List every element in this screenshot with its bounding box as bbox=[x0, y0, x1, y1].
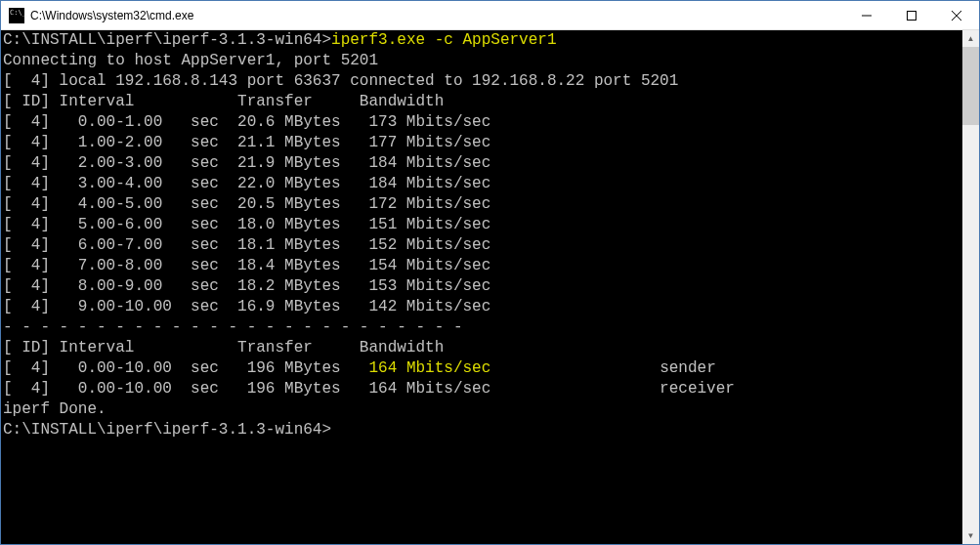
prompt: C:\INSTALL\iperf\iperf-3.1.3-win64> bbox=[3, 31, 331, 49]
output-line: iperf Done. bbox=[3, 399, 962, 420]
summary-row: [ 4] 0.00-10.00 sec 196 MBytes 164 Mbits… bbox=[3, 358, 962, 379]
table-row: [ 4] 2.00-3.00 sec 21.9 MBytes 184 Mbits… bbox=[3, 153, 962, 174]
chevron-up-icon: ▲ bbox=[967, 34, 975, 43]
bandwidth-highlight: 164 Mbits/sec bbox=[368, 359, 490, 377]
table-row: [ 4] 1.00-2.00 sec 21.1 MBytes 177 Mbits… bbox=[3, 133, 962, 153]
table-row: [ 4] 3.00-4.00 sec 22.0 MBytes 184 Mbits… bbox=[3, 174, 962, 194]
table-row: [ 4] 6.00-7.00 sec 18.1 MBytes 152 Mbits… bbox=[3, 235, 962, 256]
terminal-area: C:\INSTALL\iperf\iperf-3.1.3-win64>iperf… bbox=[1, 30, 979, 544]
summary-row: [ 4] 0.00-10.00 sec 196 MBytes 164 Mbits… bbox=[3, 379, 962, 399]
table-row: [ 4] 8.00-9.00 sec 18.2 MBytes 153 Mbits… bbox=[3, 276, 962, 297]
terminal-output[interactable]: C:\INSTALL\iperf\iperf-3.1.3-win64>iperf… bbox=[1, 30, 962, 544]
table-row: [ 4] 9.00-10.00 sec 16.9 MBytes 142 Mbit… bbox=[3, 297, 962, 317]
prompt-line: C:\INSTALL\iperf\iperf-3.1.3-win64> bbox=[3, 420, 962, 440]
output-header: [ ID] Interval Transfer Bandwidth bbox=[3, 92, 962, 112]
cmd-window: C:\Windows\system32\cmd.exe C:\INSTALL\i… bbox=[0, 0, 980, 545]
command-text: iperf3.exe -c AppServer1 bbox=[331, 31, 556, 49]
chevron-down-icon: ▼ bbox=[967, 531, 975, 540]
minimize-button[interactable] bbox=[844, 1, 889, 30]
table-row: [ 4] 0.00-1.00 sec 20.6 MBytes 173 Mbits… bbox=[3, 112, 962, 133]
table-row: [ 4] 7.00-8.00 sec 18.4 MBytes 154 Mbits… bbox=[3, 256, 962, 276]
scroll-down-button[interactable]: ▼ bbox=[962, 527, 979, 544]
table-row: [ 4] 4.00-5.00 sec 20.5 MBytes 172 Mbits… bbox=[3, 194, 962, 215]
scroll-up-button[interactable]: ▲ bbox=[962, 30, 979, 47]
vertical-scrollbar[interactable]: ▲ ▼ bbox=[962, 30, 979, 544]
output-line: Connecting to host AppServer1, port 5201 bbox=[3, 51, 962, 71]
close-button[interactable] bbox=[934, 1, 979, 30]
cmd-icon bbox=[9, 8, 24, 23]
output-divider: - - - - - - - - - - - - - - - - - - - - … bbox=[3, 317, 962, 338]
maximize-button[interactable] bbox=[889, 1, 934, 30]
svg-rect-1 bbox=[908, 12, 916, 21]
title-bar[interactable]: C:\Windows\system32\cmd.exe bbox=[1, 1, 979, 30]
output-line: C:\INSTALL\iperf\iperf-3.1.3-win64>iperf… bbox=[3, 30, 962, 51]
output-line: [ 4] local 192.168.8.143 port 63637 conn… bbox=[3, 71, 962, 92]
output-header: [ ID] Interval Transfer Bandwidth bbox=[3, 338, 962, 358]
window-title: C:\Windows\system32\cmd.exe bbox=[30, 9, 844, 22]
window-controls bbox=[844, 1, 979, 29]
scroll-thumb[interactable] bbox=[962, 47, 979, 125]
table-row: [ 4] 5.00-6.00 sec 18.0 MBytes 151 Mbits… bbox=[3, 215, 962, 235]
